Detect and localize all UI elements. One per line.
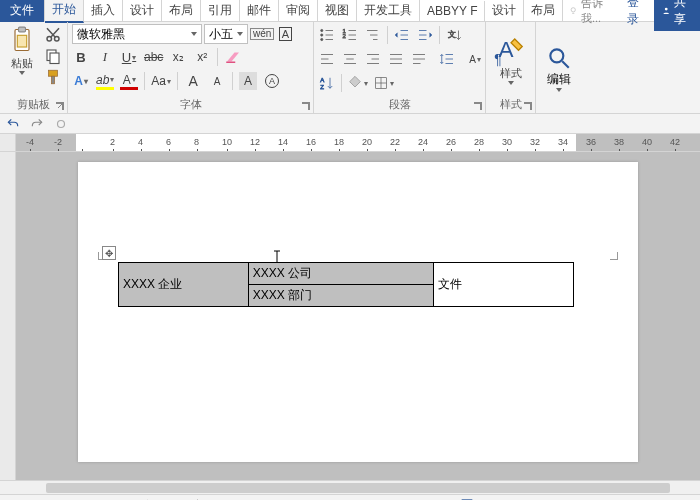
align-distribute-icon[interactable] [410,50,428,68]
font-size-combo[interactable]: 小五 [204,24,248,44]
ruler-tick: 28 [474,137,484,147]
copy-icon[interactable] [44,47,62,65]
ruler-tick: 42 [670,137,680,147]
tab-insert[interactable]: 插入 [84,0,123,22]
editing-label: 编辑 [547,71,571,88]
line-spacing-icon[interactable] [438,50,456,68]
borders-button[interactable]: ▾ [373,74,394,92]
font-size-value: 小五 [209,26,233,43]
highlight-button[interactable]: ab▾ [96,72,114,90]
share-button[interactable]: 共享 [654,0,700,31]
font-name-combo[interactable]: 微软雅黑 [72,24,202,44]
ruler-tick: 20 [362,137,372,147]
table-cell[interactable]: 文件 [434,263,574,307]
ruler-tick: 14 [278,137,288,147]
format-painter-icon[interactable] [44,68,62,86]
asian-layout-button[interactable]: A▾ [466,50,484,68]
text-direction-icon[interactable]: 文 [445,26,463,44]
superscript-button[interactable]: x² [193,48,211,66]
dialog-launcher-icon[interactable] [301,101,311,111]
tab-view[interactable]: 视图 [318,0,357,22]
svg-point-1 [665,8,668,11]
tab-review[interactable]: 审阅 [279,0,318,22]
tab-mailings[interactable]: 邮件 [240,0,279,22]
tab-developer[interactable]: 开发工具 [357,0,420,22]
ruler-tick: 40 [642,137,652,147]
redo-icon[interactable] [30,117,44,131]
phonetic-guide-button[interactable]: wén [250,25,274,43]
table-cell[interactable]: XXXX 部门 [248,285,434,307]
ruler-tick: 24 [418,137,428,147]
tab-abbyy[interactable]: ABBYY F [420,1,485,21]
strikethrough-button[interactable]: abc [144,48,163,66]
italic-button[interactable]: I [96,48,114,66]
group-label-paragraph: 段落 [318,95,481,113]
paste-button[interactable]: 粘贴 [4,24,40,86]
ruler-tick: 26 [446,137,456,147]
tab-design[interactable]: 设计 [123,0,162,22]
undo-icon[interactable] [6,117,20,131]
char-border-button[interactable]: A [276,25,294,43]
numbering-icon[interactable]: 12 [341,26,359,44]
dialog-launcher-icon[interactable] [523,101,533,111]
table-cell[interactable]: XXXX 公司 [248,263,434,285]
tab-references[interactable]: 引用 [201,0,240,22]
svg-rect-10 [52,76,55,84]
document-canvas[interactable]: ✥ XXXX 企业 XXXX 公司 文件 XXXX 部门 [16,152,700,480]
decrease-indent-icon[interactable] [393,26,411,44]
ruler-tick: 10 [222,137,232,147]
align-justify-icon[interactable] [387,50,405,68]
char-shading-button[interactable]: A [239,72,257,90]
svg-rect-9 [49,70,58,76]
dialog-launcher-icon[interactable] [473,101,483,111]
subscript-button[interactable]: x₂ [169,48,187,66]
styles-button[interactable]: A 样式 [490,24,531,95]
align-center-icon[interactable] [341,50,359,68]
svg-point-22 [550,49,563,62]
shrink-font-button[interactable]: A [208,72,226,90]
font-color-button[interactable]: A▾ [120,72,138,90]
horizontal-scrollbar[interactable] [16,480,700,494]
ruler-tick: 18 [334,137,344,147]
share-label: 共享 [674,0,692,28]
tab-table-design[interactable]: 设计 [485,0,524,22]
scroll-thumb[interactable] [46,483,670,493]
ribbon-tabs: 文件 开始 插入 设计 布局 引用 邮件 审阅 视图 开发工具 ABBYY F … [0,0,700,22]
lightbulb-icon [569,5,577,16]
find-button[interactable]: 编辑 [540,24,578,113]
increase-indent-icon[interactable] [416,26,434,44]
multilevel-list-icon[interactable] [364,26,382,44]
table-row: XXXX 企业 XXXX 公司 文件 [119,263,574,285]
shading-button[interactable]: ▾ [347,74,368,92]
sort-icon[interactable]: AZ [318,74,336,92]
underline-button[interactable]: U▾ [120,48,138,66]
tab-home[interactable]: 开始 [45,0,84,23]
svg-point-13 [321,34,323,36]
tab-table-layout[interactable]: 布局 [524,0,563,22]
tab-layout[interactable]: 布局 [162,0,201,22]
chevron-down-icon [191,32,197,36]
align-left-icon[interactable] [318,50,336,68]
clear-formatting-icon[interactable] [224,48,242,66]
grow-font-button[interactable]: A [184,72,202,90]
dialog-launcher-icon[interactable] [55,101,65,111]
chevron-down-icon [556,88,562,92]
login-link[interactable]: 登录 [619,0,654,28]
svg-point-23 [58,120,65,127]
vertical-ruler[interactable] [0,152,16,480]
change-case-button[interactable]: Aa▾ [151,72,171,90]
cut-icon[interactable] [44,26,62,44]
horizontal-ruler[interactable]: -4-2246810121416182022242628303234363840… [16,134,700,151]
table-cell[interactable]: XXXX 企业 [119,263,249,307]
table-move-handle[interactable]: ✥ [102,246,116,260]
document-table[interactable]: XXXX 企业 XXXX 公司 文件 XXXX 部门 [118,262,574,307]
svg-rect-4 [17,35,26,47]
bullets-icon[interactable] [318,26,336,44]
text-effects-button[interactable]: A▾ [72,72,90,90]
tab-file[interactable]: 文件 [0,0,45,22]
bold-button[interactable]: B [72,48,90,66]
clipboard-icon [8,26,36,54]
align-right-icon[interactable] [364,50,382,68]
enclose-chars-button[interactable]: A [263,72,281,90]
group-clipboard: 粘贴 剪贴板 [0,22,68,113]
